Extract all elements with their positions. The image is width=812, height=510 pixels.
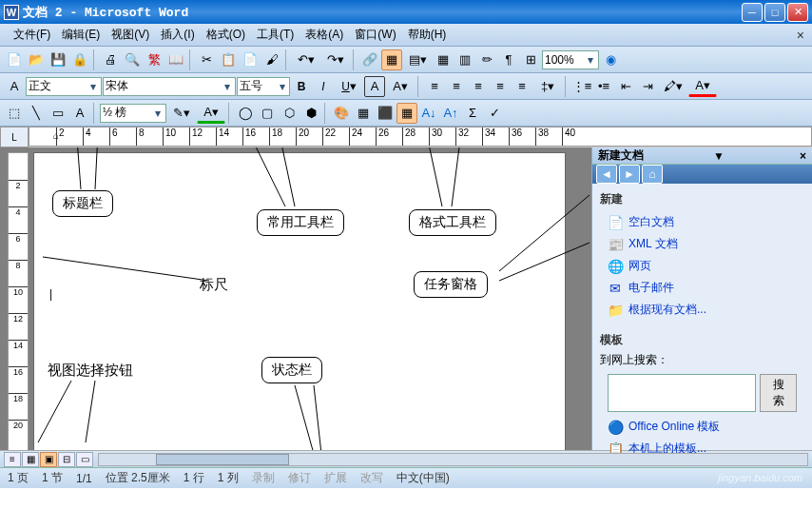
link-xml-doc[interactable]: 📰XML 文档	[600, 233, 804, 255]
status-rev[interactable]: 修订	[288, 470, 311, 486]
research-icon[interactable]: 📖	[165, 49, 186, 70]
status-lang[interactable]: 中文(中国)	[396, 470, 450, 486]
help-icon[interactable]: ◉	[600, 49, 621, 70]
align-center-icon[interactable]: ≡	[446, 76, 467, 97]
maximize-button[interactable]: □	[764, 3, 785, 22]
print-icon[interactable]: 🖨	[100, 49, 121, 70]
draw-icon[interactable]: ⬚	[4, 103, 25, 124]
outline-view-button[interactable]: ⊟	[58, 452, 75, 467]
char-border-icon[interactable]: A	[364, 76, 385, 97]
italic-icon[interactable]: I	[313, 76, 334, 97]
status-rec[interactable]: 录制	[252, 470, 275, 486]
search-button[interactable]: 搜索	[760, 374, 797, 412]
menu-insert[interactable]: 插入(I)	[155, 25, 200, 45]
nav-home-icon[interactable]: ⌂	[642, 165, 663, 184]
numbering-icon[interactable]: ⋮≡	[571, 76, 592, 97]
zoom-input[interactable]	[545, 53, 586, 67]
options-icon[interactable]: ✓	[484, 103, 505, 124]
drawing-icon[interactable]: ✏	[476, 49, 497, 70]
ruler-unit-input[interactable]	[103, 107, 153, 120]
shape2-icon[interactable]: ▢	[257, 103, 278, 124]
horizontal-ruler[interactable]: ⌂ 246810121416182022242628303234363840	[29, 127, 812, 147]
doc-map-icon[interactable]: ¶	[498, 49, 519, 70]
columns-icon[interactable]: ▥	[454, 49, 475, 70]
menu-window[interactable]: 窗口(W)	[349, 25, 401, 45]
chevron-down-icon[interactable]: ▾	[87, 80, 99, 93]
copy-icon[interactable]: 📋	[218, 49, 239, 70]
font-input[interactable]	[106, 80, 221, 93]
zoom-combo[interactable]: ▾	[542, 50, 599, 69]
link-webpage[interactable]: 🌐网页	[600, 255, 804, 277]
char-shading-icon[interactable]: A▾	[386, 76, 415, 97]
new-doc-icon[interactable]: 📄	[4, 49, 25, 70]
vertical-ruler[interactable]: 2468101214161820	[8, 152, 29, 450]
cut-icon[interactable]: ✂	[196, 49, 217, 70]
chevron-down-icon[interactable]: ▾	[586, 53, 596, 67]
line-color-icon[interactable]: A▾	[197, 103, 225, 124]
permission-icon[interactable]: 🔒	[69, 49, 90, 70]
font-combo[interactable]: ▾	[103, 77, 236, 96]
underline-icon[interactable]: U▾	[335, 76, 363, 97]
task-pane-dropdown[interactable]: ▼	[713, 149, 725, 163]
menu-format[interactable]: 格式(O)	[201, 25, 251, 45]
3d-icon[interactable]: ⬛	[375, 103, 396, 124]
line-style-icon[interactable]: ✎▾	[167, 103, 196, 124]
distribute-icon[interactable]: ≡	[512, 76, 532, 97]
text-box-icon[interactable]: A	[69, 103, 90, 124]
align-justify-icon[interactable]: ≡	[490, 76, 511, 97]
bullets-icon[interactable]: •≡	[593, 76, 614, 97]
link-email[interactable]: ✉电子邮件	[600, 277, 804, 299]
reading-view-button[interactable]: ▭	[76, 452, 93, 467]
horizontal-scrollbar[interactable]	[98, 453, 808, 466]
sort-asc-icon[interactable]: A↓	[418, 103, 439, 124]
redo-icon[interactable]: ↷▾	[321, 49, 350, 70]
style-combo[interactable]: ▾	[26, 77, 102, 96]
minimize-button[interactable]: ─	[742, 3, 763, 22]
ruler-unit-combo[interactable]: ▾	[100, 104, 166, 123]
tab-selector[interactable]: L	[0, 127, 29, 147]
status-ext[interactable]: 扩展	[324, 470, 347, 486]
align-left-icon[interactable]: ≡	[424, 76, 445, 97]
preview-icon[interactable]: 🔍	[122, 49, 143, 70]
outdent-icon[interactable]: ⇤	[615, 76, 636, 97]
insert-table-icon[interactable]: ▤▾	[403, 49, 432, 70]
link-blank-doc[interactable]: 📄空白文档	[600, 211, 804, 233]
search-input[interactable]	[608, 374, 756, 412]
styles-icon[interactable]: A	[4, 76, 25, 97]
excel-icon[interactable]: ▦	[433, 49, 454, 70]
nav-forward-icon[interactable]: ►	[619, 165, 640, 184]
doc-close-button[interactable]: ×	[797, 28, 804, 43]
grid-icon[interactable]: ▦	[396, 103, 417, 124]
task-pane-close[interactable]: ×	[800, 149, 806, 163]
font-size-input[interactable]	[240, 80, 277, 93]
menu-edit[interactable]: 编辑(E)	[56, 25, 106, 45]
document-page[interactable]	[33, 152, 566, 450]
chevron-down-icon[interactable]: ▾	[221, 80, 233, 93]
scroll-thumb[interactable]	[156, 454, 289, 465]
style-input[interactable]	[29, 80, 87, 93]
line-icon[interactable]: ╲	[26, 103, 47, 124]
chevron-down-icon[interactable]: ▾	[277, 80, 287, 93]
menu-table[interactable]: 表格(A)	[300, 25, 349, 45]
normal-view-button[interactable]: ≡	[4, 452, 21, 467]
link-office-online[interactable]: 🔵Office Online 模板	[600, 416, 804, 438]
font-size-combo[interactable]: ▾	[237, 77, 290, 96]
menu-view[interactable]: 视图(V)	[106, 25, 155, 45]
print-view-button[interactable]: ▣	[40, 452, 57, 467]
shape4-icon[interactable]: ⬢	[300, 103, 321, 124]
rect-icon[interactable]: ▭	[48, 103, 68, 124]
link-existing[interactable]: 📁根据现有文档...	[600, 299, 804, 321]
nav-back-icon[interactable]: ◄	[596, 165, 617, 184]
bold-icon[interactable]: B	[291, 76, 312, 97]
menu-tools[interactable]: 工具(T)	[251, 25, 300, 45]
chevron-down-icon[interactable]: ▾	[153, 107, 164, 120]
shape3-icon[interactable]: ⬡	[279, 103, 300, 124]
sort-desc-icon[interactable]: A↑	[440, 103, 461, 124]
menu-help[interactable]: 帮助(H)	[402, 25, 453, 45]
sum-icon[interactable]: Σ	[462, 103, 483, 124]
shape1-icon[interactable]: ◯	[235, 103, 256, 124]
open-icon[interactable]: 📂	[26, 49, 47, 70]
menu-file[interactable]: 文件(F)	[8, 25, 56, 45]
hyperlink-icon[interactable]: 🔗	[359, 49, 380, 70]
spellcheck-icon[interactable]: 繁	[144, 49, 164, 70]
